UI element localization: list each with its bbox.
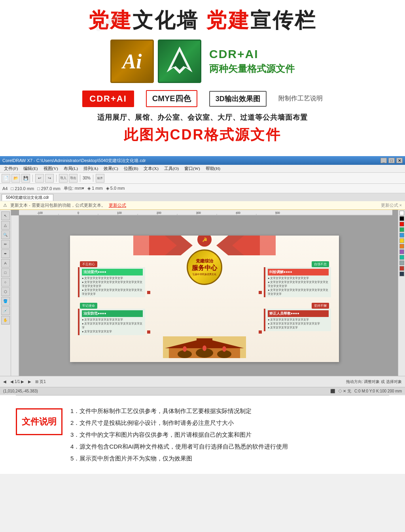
- panel1-header: 法治宣代●●●●: [82, 269, 143, 275]
- minimize-button[interactable]: _: [380, 158, 387, 163]
- fill-none: ◇ ✕ 无: [338, 389, 352, 394]
- svg-rect-34: [197, 338, 212, 341]
- swatch-gray[interactable]: [399, 260, 404, 265]
- paper-size-label: A4: [2, 186, 8, 191]
- cdr-svg-icon: [164, 45, 195, 77]
- svg-text:100: 100: [117, 211, 122, 214]
- menu-arrange[interactable]: 排列(A): [81, 166, 100, 172]
- menu-help[interactable]: 帮助(H): [203, 166, 223, 172]
- tool-hand[interactable]: ✋: [1, 316, 10, 324]
- tool-polygon[interactable]: ⬡: [1, 287, 10, 296]
- badge-cmye: CMYE四色: [146, 90, 197, 107]
- close-button[interactable]: ✕: [396, 158, 403, 163]
- label-not-forget: 不忘初心: [80, 261, 97, 267]
- tool-freehand[interactable]: ✏: [1, 240, 10, 249]
- update-dismiss[interactable]: 更新公式 ×: [381, 202, 402, 208]
- cdr-tab-bar: 5040党建综治文化墙.cdr: [0, 193, 405, 201]
- icons-row: Ai CDR+AI 两种矢量格式源文件: [16, 40, 389, 83]
- toolbar-new-btn[interactable]: 📄: [2, 174, 10, 183]
- cdr-titlebar-buttons[interactable]: _ □ ✕: [380, 158, 403, 163]
- swatch-teal[interactable]: [399, 255, 404, 260]
- title-black-2: 宣传栏: [250, 9, 317, 32]
- page-prev-btn[interactable]: ◀: [3, 379, 6, 384]
- menu-file[interactable]: 文件(F): [2, 166, 20, 172]
- swatch-purple[interactable]: [399, 249, 404, 254]
- tool-bezier[interactable]: ✒: [1, 249, 10, 258]
- toolbar-undo-btn[interactable]: ↩: [35, 174, 44, 183]
- swatch-red[interactable]: [399, 222, 404, 226]
- color-model-info: C:0 M:0 Y:0 K:100 200 mm: [354, 389, 402, 393]
- svg-rect-25: [11, 215, 19, 376]
- page-next-btn[interactable]: ▶: [28, 379, 31, 384]
- note-item-2: 2．文件尺寸是投稿比例缩小设计，制作时请务必注意尺寸大小: [70, 417, 389, 429]
- svg-text:500: 500: [275, 211, 280, 214]
- cdr-document-tab[interactable]: 5040党建综治文化墙.cdr: [2, 194, 53, 201]
- panel-left-1: 法治宣代●●●● ● 文字文字文字文字文字文字文字 ● 文字文字文字文字文字文字…: [78, 267, 145, 297]
- title-red-1: 党建: [88, 9, 132, 32]
- tool-eyedrop[interactable]: 💉: [1, 306, 10, 315]
- svg-text:200: 200: [157, 211, 161, 214]
- menu-window[interactable]: 窗口(W): [182, 166, 202, 172]
- swatch-yellow[interactable]: [399, 238, 404, 243]
- toolbar-open-btn[interactable]: 📂: [11, 174, 20, 183]
- swatch-green[interactable]: [399, 227, 404, 232]
- apply-text: 适用展厅、展馆、办公室、会议室、大厅、过道等公共墙面布置: [16, 113, 389, 122]
- height-label: □ 297.0 mm: [37, 186, 61, 191]
- badge-cdr-ai: CDR+AI: [82, 91, 134, 107]
- note-item-5: 5．展示页中所含图片并不为实物，仅为效果图: [70, 453, 389, 464]
- tool-fill[interactable]: 🪣: [1, 297, 10, 306]
- swatch-white[interactable]: [399, 211, 404, 215]
- ruler-left-svg: [11, 215, 19, 376]
- tool-zoom[interactable]: 🔍: [1, 230, 10, 239]
- statusbar-right: ⬛ ◇ ✕ 无 C:0 M:0 Y:0 K:100 200 mm: [330, 389, 402, 394]
- ruler-top: -100 0 100 200 300 400 500: [19, 210, 392, 215]
- menu-tools[interactable]: 工具(O): [162, 166, 181, 172]
- svg-point-37: [222, 346, 226, 352]
- swatch-darkblue[interactable]: [399, 272, 404, 276]
- tool-ellipse[interactable]: ○: [1, 278, 10, 287]
- ai-icon-text: Ai: [122, 50, 142, 73]
- snap-label: ◈ 1 mm: [87, 186, 103, 191]
- menu-text[interactable]: 文本(X): [141, 166, 161, 172]
- status-text: 拖动方向: 调整对象 或 选择对象: [346, 379, 402, 385]
- toolbar-import-btn[interactable]: 导入: [59, 174, 68, 183]
- ruler-left: [11, 215, 19, 376]
- note-item-3: 3．文件中的文字和图片内容仅供参考，图片请根据自己的文案和图片: [70, 429, 389, 441]
- cdr-statusbar: (1,010,245,-45.383) ⬛ ◇ ✕ 无 C:0 M:0 Y:0 …: [0, 387, 405, 395]
- cdr-format-title: 此图为CDR格式源文件: [16, 125, 389, 145]
- swatch-darkred[interactable]: [399, 266, 404, 271]
- cdr-toolbar-2: A4 □ 210.0 mm □ 297.0 mm 单位: mm▾ ◈ 1 mm …: [0, 184, 405, 193]
- menu-edit[interactable]: 编辑(E): [21, 166, 40, 172]
- svg-text:-100: -100: [37, 211, 43, 214]
- menu-layout[interactable]: 布局(L): [61, 166, 80, 172]
- swatch-black[interactable]: [399, 216, 404, 221]
- update-link[interactable]: 更新公式: [109, 202, 126, 208]
- toolbar-redo-btn[interactable]: ↪: [45, 174, 54, 183]
- tool-rect[interactable]: □: [1, 268, 10, 277]
- cdr-toolbox: ↖ △ 🔍 ✏ ✒ A □ ○ ⬡ 🪣 💉 ✋: [0, 210, 11, 376]
- toolbar-save-btn[interactable]: 💾: [21, 174, 30, 183]
- menu-view[interactable]: 视图(V): [41, 166, 61, 172]
- svg-point-36: [202, 345, 206, 351]
- ruler-top-svg: -100 0 100 200 300 400 500: [19, 210, 392, 215]
- panel4-body: ● 文字文字文字文字文字文字文字 ● 文字文字文字文字文字文字文字文字文字 ● …: [268, 318, 329, 329]
- maximize-button[interactable]: □: [388, 158, 395, 163]
- badges-row: CDR+AI CMYE四色 3D输出效果图 附制作工艺说明: [16, 90, 389, 107]
- menu-effects[interactable]: 效果(C): [101, 166, 121, 172]
- tool-select[interactable]: ↖: [1, 211, 10, 220]
- tool-text[interactable]: A: [1, 259, 10, 268]
- cdr-screenshot-section: CorelDRAW X7 - C:\Users\Administrator\De…: [0, 156, 405, 395]
- page-info: ◀ 1/1 ▶: [10, 379, 24, 384]
- swatch-orange[interactable]: [399, 244, 404, 249]
- toolbar-export-btn[interactable]: 导出: [69, 174, 78, 183]
- cdr-canvas-area[interactable]: -100 0 100 200 300 400 500: [11, 210, 398, 376]
- tool-shape[interactable]: △: [1, 221, 10, 230]
- panel-left-2: 治安防范●●●● ● 文字文字文字文字文字文字文字 ● 文字文字文字文字文字文字…: [78, 309, 145, 335]
- menu-bitmap[interactable]: 位图(B): [121, 166, 141, 172]
- cdr-bottom-bar: ◀ ◀ 1/1 ▶ ▶ ⊞ 页1 拖动方向: 调整对象 或 选择对象: [0, 376, 405, 387]
- width-label: □ 210.0 mm: [11, 186, 34, 191]
- page-add-btn[interactable]: ⊞ 页1: [35, 379, 45, 385]
- toolbar-snap-btn[interactable]: 贴齐: [96, 174, 104, 183]
- svg-text:0: 0: [78, 211, 79, 214]
- swatch-blue[interactable]: [399, 233, 404, 238]
